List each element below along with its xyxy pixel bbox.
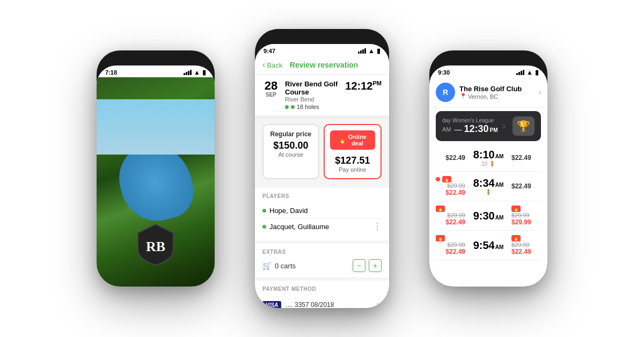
center-battery-icon: ▮: [377, 47, 380, 55]
league-slot[interactable]: day Women's League AM — 12:30PM › 🏆: [436, 111, 541, 141]
players-section: PLAYERS Hope, David Jacquet, Guillaume ⋮: [255, 188, 389, 240]
tee-row-1-price-left: $22.49: [436, 154, 465, 162]
tee-row-2-price-right: $22.49: [511, 182, 541, 190]
league-slot-info: day Women's League AM — 12:30PM: [442, 118, 498, 135]
carts-label: 0 carts: [275, 262, 296, 270]
nav-title: Review reservation: [290, 61, 358, 69]
qty-plus-button[interactable]: +: [369, 259, 382, 272]
back-button[interactable]: ‹ Back: [262, 60, 282, 70]
tee-row-4-sale-badge: 🔥: [436, 235, 465, 241]
date-month: SEP: [266, 92, 276, 98]
online-deal-label: 🔥 Online deal: [330, 130, 375, 150]
player-2-dot: [262, 225, 266, 229]
tee-row-3-time-main: 9:30AM: [470, 210, 507, 222]
price-cards-section: Regular price $150.00 At course 🔥 Online…: [255, 119, 389, 185]
league-label: day Women's League: [442, 118, 498, 123]
right-battery-icon: ▮: [535, 69, 539, 76]
battery-icon: ▮: [202, 69, 206, 76]
league-main-time: 12:30PM: [464, 123, 498, 135]
qty-minus-button[interactable]: −: [353, 259, 365, 272]
sale-tag-3: 🔥: [436, 206, 445, 212]
tee-row-3-regular-right: $29.99: [511, 212, 541, 218]
payment-left: VISA .... 3357 08/2018: [262, 301, 334, 309]
center-wifi-icon: ▲: [368, 47, 375, 55]
green-dot-icon: [285, 105, 289, 109]
tee-time-list: $22.49 8:10AM 10 🧍 $22.49 �: [429, 144, 547, 260]
sale-tag-4r: 🔥: [511, 235, 521, 241]
center-status-time: 9:47: [264, 48, 275, 54]
tee-row-2[interactable]: 🔥 $29.99 $22.49 8:34AM 🧍 $22.49: [436, 172, 541, 201]
player-2-name: Jacquet, Guillaume: [269, 223, 329, 231]
tee-row-4-regular: $29.99: [436, 241, 465, 248]
back-label: Back: [267, 61, 282, 69]
players-label: PLAYERS: [262, 193, 382, 199]
tee-row-1-price-right-val: $22.49: [511, 154, 541, 162]
green-dot-icon-2: [291, 105, 295, 109]
right-status-bar: 9:30 ▲ ▮: [429, 65, 547, 77]
tee-row-3-sale: $22.49: [436, 218, 465, 226]
player-1-name: Hope, David: [269, 207, 308, 215]
league-time-start: AM: [442, 126, 451, 133]
course-info: River Bend Golf Course River Bend 18 hol…: [280, 80, 345, 110]
club-header: R The Rise Golf Club 📍 Vernon, BC ›: [429, 77, 547, 108]
trophy-badge: 🏆: [513, 116, 535, 136]
golf-aerial-image: RB: [97, 77, 215, 287]
right-phone-screen: 9:30 ▲ ▮ R The Rise Golf Club: [429, 65, 547, 287]
online-deal-card[interactable]: 🔥 Online deal $127.51 Pay online: [324, 124, 382, 179]
tee-row-4-sale-badge-right: 🔥: [511, 235, 541, 241]
center-status-icons: ▲ ▮: [358, 47, 380, 55]
tee-row-1-players: 10 🧍: [470, 161, 507, 167]
signal-icon: [184, 70, 192, 75]
payment-label: PAYMENT METHOD: [262, 286, 382, 292]
tee-row-1-price: $22.49: [436, 154, 465, 162]
player-item-1: Hope, David: [262, 203, 382, 218]
payment-section: PAYMENT METHOD VISA .... 3357 08/2018 ∨: [255, 281, 389, 308]
extras-row: 🛒 0 carts − +: [262, 259, 382, 272]
club-name: The Rise Golf Club: [459, 85, 535, 93]
qty-control: − +: [353, 259, 382, 272]
right-status-time: 9:30: [438, 69, 450, 76]
tee-row-3-sale-badge: 🔥: [436, 206, 465, 212]
date-block: 28 SEP: [262, 80, 280, 98]
visa-badge: VISA: [262, 301, 281, 309]
center-phone-screen: 9:47 ▲ ▮ ‹ Back Revi: [255, 44, 389, 308]
extras-label: EXTRAS: [262, 249, 382, 255]
tee-row-4-price-left: 🔥 $29.99 $22.49: [436, 235, 465, 255]
svg-text:RB: RB: [146, 239, 165, 254]
player-2-left: Jacquet, Guillaume: [262, 223, 329, 231]
back-arrow-icon: ‹: [262, 60, 265, 70]
card-details: .... 3357 08/2018: [286, 301, 334, 308]
league-chevron-icon: ›: [503, 121, 506, 131]
player-item-2: Jacquet, Guillaume ⋮: [262, 218, 382, 235]
regular-price-card[interactable]: Regular price $150.00 At course: [262, 124, 319, 179]
player-1-left: Hope, David: [262, 207, 308, 215]
online-deal-sub: Pay online: [330, 166, 375, 173]
club-chevron-icon: ›: [539, 89, 541, 96]
tee-row-4[interactable]: 🔥 $29.99 $22.49 9:54AM 🔥 $29.99 $22.49: [436, 231, 541, 260]
tee-time-display: 12:12PM: [345, 80, 382, 92]
tee-row-4-time-main: 9:54AM: [470, 239, 507, 252]
extras-section: EXTRAS 🛒 0 carts − +: [255, 244, 389, 277]
sale-tag-4: 🔥: [436, 235, 445, 241]
center-signal-icon: [358, 48, 366, 54]
date-day: 28: [265, 80, 277, 92]
player-menu-icon[interactable]: ⋮: [373, 222, 382, 232]
tee-row-3-sale-badge-right: 🔥: [511, 206, 541, 212]
sale-tag: 🔥: [442, 176, 451, 182]
reservation-header: 28 SEP River Bend Golf Course River Bend…: [255, 75, 389, 119]
regular-price-sub: At course: [269, 151, 313, 158]
tee-row-2-sale: $22.49: [436, 189, 465, 196]
course-location: River Bend: [285, 96, 340, 102]
tee-row-4-time: 9:54AM: [470, 239, 507, 252]
center-phone-notch: [290, 29, 354, 44]
player-1-dot: [262, 209, 266, 213]
tee-row-3[interactable]: 🔥 $29.99 $22.49 9:30AM 🔥 $29.99 $29.99: [436, 201, 541, 231]
payment-chevron-icon: ∨: [376, 301, 382, 308]
holes-label: 18 holes: [297, 104, 319, 110]
online-deal-amount: $127.51: [330, 155, 375, 166]
phone-right: 9:30 ▲ ▮ R The Rise Golf Club: [429, 50, 547, 287]
payment-row[interactable]: VISA .... 3357 08/2018 ∨: [262, 296, 382, 308]
tee-row-2-time-main: 8:34AM: [470, 177, 507, 189]
tee-row-1[interactable]: $22.49 8:10AM 10 🧍 $22.49: [436, 144, 541, 172]
tee-row-2-regular: $29.99: [436, 182, 465, 189]
